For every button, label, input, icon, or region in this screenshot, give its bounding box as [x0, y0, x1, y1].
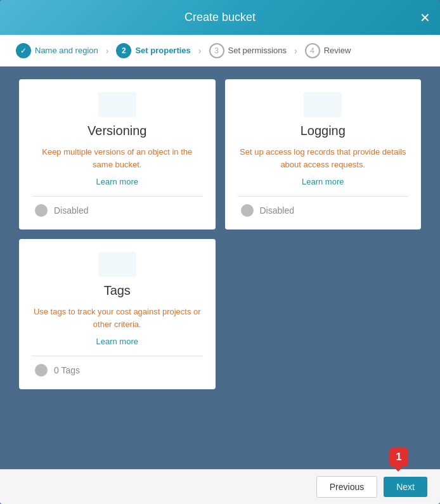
step-1-circle: ✓: [16, 43, 31, 58]
step-4-circle: 4: [305, 43, 320, 58]
step-3-circle: 3: [209, 43, 224, 58]
tags-divider: [32, 356, 203, 356]
versioning-learn-more[interactable]: Learn more: [96, 177, 138, 186]
step-2-label: Set properties: [135, 46, 190, 55]
steps-bar: ✓ Name and region › 2 Set properties › 3…: [0, 35, 440, 67]
logging-toggle-circle: [241, 204, 254, 217]
tags-title: Tags: [104, 283, 131, 298]
cards-grid: Versioning Keep multiple versions of an …: [19, 79, 421, 229]
create-bucket-modal: Create bucket ✕ ✓ Name and region › 2 Se…: [0, 0, 440, 504]
logging-description: Set up access log records that provide d…: [238, 146, 409, 171]
step-divider-3: ›: [293, 46, 299, 56]
step-set-permissions[interactable]: 3 Set permissions: [203, 43, 293, 58]
versioning-toggle-circle: [35, 204, 48, 217]
logging-icon: [304, 92, 342, 117]
empty-card-slot: [225, 239, 422, 389]
step-3-label: Set permissions: [228, 46, 287, 55]
step-1-label: Name and region: [35, 46, 98, 55]
versioning-description: Keep multiple versions of an object in t…: [32, 146, 203, 171]
logging-divider: [238, 196, 409, 197]
tags-toggle-circle: [35, 364, 48, 377]
step-divider-2: ›: [197, 46, 203, 56]
tags-card: Tags Use tags to track your cost against…: [19, 239, 216, 389]
modal-title: Create bucket: [184, 11, 256, 24]
step-name-and-region[interactable]: ✓ Name and region: [10, 43, 105, 58]
tags-icon: [98, 252, 136, 277]
versioning-icon: [98, 92, 136, 117]
step-2-circle: 2: [116, 43, 131, 58]
notification-badge: 1: [389, 448, 408, 467]
versioning-card: Versioning Keep multiple versions of an …: [19, 79, 216, 229]
versioning-toggle-label: Disabled: [54, 205, 88, 216]
step-set-properties[interactable]: 2 Set properties: [110, 43, 197, 58]
modal-footer: 1 Previous Next: [0, 469, 440, 504]
versioning-toggle[interactable]: Disabled: [32, 204, 203, 217]
step-divider-1: ›: [105, 46, 110, 56]
modal-body: Versioning Keep multiple versions of an …: [0, 67, 440, 469]
tags-description: Use tags to track your cost against proj…: [32, 306, 203, 330]
next-button[interactable]: Next: [384, 477, 427, 497]
logging-title: Logging: [301, 124, 346, 138]
logging-toggle[interactable]: Disabled: [238, 204, 409, 217]
step-4-label: Review: [324, 46, 351, 55]
logging-toggle-label: Disabled: [260, 205, 294, 216]
logging-learn-more[interactable]: Learn more: [302, 177, 344, 186]
close-button[interactable]: ✕: [420, 11, 430, 24]
tags-toggle[interactable]: 0 Tags: [32, 364, 203, 377]
tags-learn-more[interactable]: Learn more: [96, 337, 138, 346]
versioning-title: Versioning: [87, 124, 146, 138]
step-review[interactable]: 4 Review: [299, 43, 358, 58]
versioning-divider: [32, 196, 203, 197]
logging-card: Logging Set up access log records that p…: [225, 79, 422, 229]
previous-button[interactable]: Previous: [316, 476, 377, 498]
tags-toggle-label: 0 Tags: [54, 365, 80, 375]
modal-header: Create bucket ✕: [0, 0, 440, 35]
